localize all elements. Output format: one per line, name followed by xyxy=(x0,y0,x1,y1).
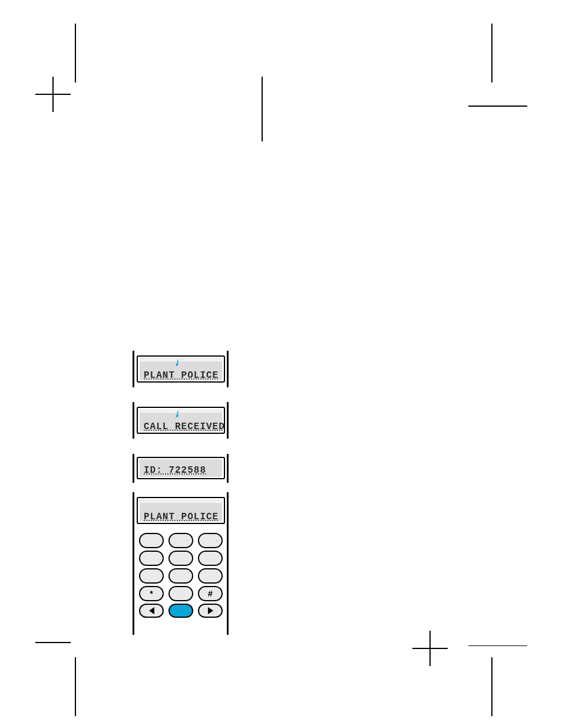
display-text-3: ID: 722588 xyxy=(144,465,220,476)
panel2-left-bar xyxy=(133,402,134,439)
key-4[interactable] xyxy=(139,551,164,566)
panel2-right-bar xyxy=(227,402,229,439)
key-9[interactable] xyxy=(198,568,223,584)
panel4-left-bar xyxy=(133,492,134,635)
display-panel-4: PLANT POLICE xyxy=(137,497,225,524)
crop-line-bottom-left xyxy=(35,631,94,666)
key-6[interactable] xyxy=(198,551,223,566)
key-8[interactable] xyxy=(168,568,193,584)
panel1-left-bar xyxy=(133,351,134,387)
crop-mark-top-center xyxy=(250,77,274,141)
nav-left-button[interactable] xyxy=(139,604,164,618)
key-3[interactable]: . xyxy=(198,533,223,548)
key-5[interactable] xyxy=(168,551,193,566)
key-1[interactable] xyxy=(139,533,164,548)
nav-select-button[interactable] xyxy=(168,604,193,618)
nav-right-button[interactable] xyxy=(198,604,223,618)
crop-corner-top-right xyxy=(439,24,527,112)
display-text-1: PLANT POLICE xyxy=(144,370,220,381)
display-panel-1: PLANT POLICE xyxy=(137,355,225,383)
key-hash[interactable]: # xyxy=(198,586,223,601)
display-panel-3: ID: 722588 xyxy=(137,457,225,479)
display-text-2: CALL RECEIVED xyxy=(144,421,220,432)
panel3-right-bar xyxy=(227,454,229,483)
key-7[interactable] xyxy=(139,568,164,584)
triangle-right-icon xyxy=(208,607,213,614)
key-0[interactable] xyxy=(168,586,193,601)
music-note-icon xyxy=(175,359,180,367)
panel1-right-bar xyxy=(227,351,229,387)
crop-plus-top-left xyxy=(35,77,71,112)
panel4-right-bar xyxy=(227,492,229,635)
triangle-left-icon xyxy=(149,607,154,614)
keypad: . . * # xyxy=(139,531,223,618)
key-2[interactable]: . xyxy=(168,533,193,548)
crop-corner-bottom-right xyxy=(439,645,527,716)
display-panel-2: CALL RECEIVED xyxy=(137,407,225,434)
music-note-icon xyxy=(175,410,180,419)
key-star[interactable]: * xyxy=(139,586,164,601)
panel3-left-bar xyxy=(133,454,134,483)
display-text-4: PLANT POLICE xyxy=(144,512,220,522)
